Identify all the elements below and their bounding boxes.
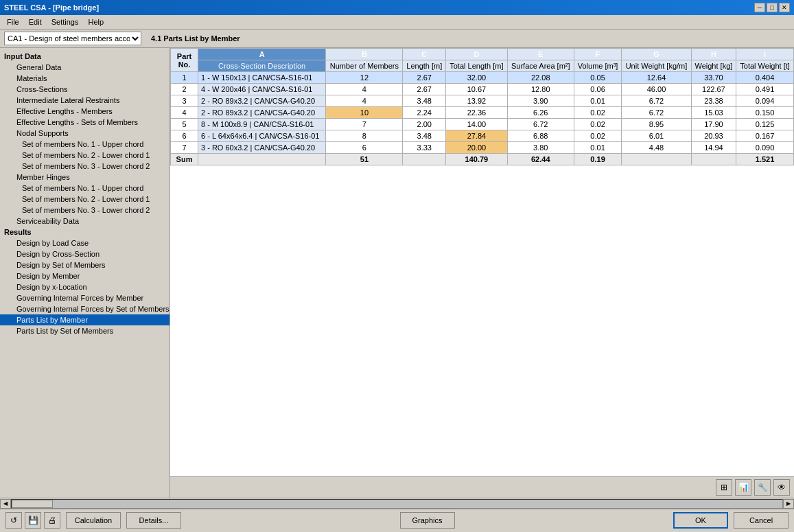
- save-button[interactable]: 💾: [25, 512, 41, 529]
- sidebar-item-nodal-supports-1[interactable]: Set of members No. 1 - Upper chord: [0, 139, 170, 150]
- th-col-h: H: [691, 49, 736, 60]
- close-button[interactable]: ✕: [779, 3, 790, 12]
- sidebar-item-effective-lengths-sets[interactable]: Effective Lengths - Sets of Members: [0, 117, 170, 128]
- sidebar-item-nodal-supports-3[interactable]: Set of members No. 3 - Lower chord 2: [0, 161, 170, 172]
- table-cell: 2.67: [403, 84, 446, 95]
- table-cell: 6 - L 64x64x6.4 | CAN/CSA-S16-01: [198, 130, 326, 142]
- table-cell: 4 - W 200x46 | CAN/CSA-S16-01: [198, 84, 326, 95]
- table-row: 32 - RO 89x3.2 | CAN/CSA-G40.2043.4813.9…: [171, 95, 794, 107]
- th-surface-area: Surface Area [m²]: [507, 60, 574, 72]
- table-cell: 6.72: [507, 119, 574, 130]
- design-case-dropdown[interactable]: CA1 - Design of steel members according …: [4, 32, 141, 45]
- sidebar-item-member-hinges-2[interactable]: Set of members No. 2 - Lower chord 1: [0, 194, 170, 205]
- sidebar-item-cross-sections[interactable]: Cross-Sections: [0, 84, 170, 95]
- table-cell: 6: [171, 130, 198, 142]
- sidebar-item-materials[interactable]: Materials: [0, 73, 170, 84]
- sidebar-item-effective-lengths-members[interactable]: Effective Lengths - Members: [0, 106, 170, 117]
- sum-cell: 51: [326, 154, 403, 165]
- sidebar-item-nodal-supports-2[interactable]: Set of members No. 2 - Lower chord 1: [0, 150, 170, 161]
- main-container: CA1 - Design of steel members according …: [0, 30, 794, 531]
- table-cell: 22.08: [507, 72, 574, 84]
- sidebar-item-nodal-supports[interactable]: Nodal Supports: [0, 128, 170, 139]
- scroll-thumb[interactable]: [12, 500, 53, 508]
- th-length: Length [m]: [403, 60, 446, 72]
- horizontal-scrollbar[interactable]: ◀ ▶: [0, 498, 794, 509]
- sum-cell: 1.521: [736, 154, 794, 165]
- table-cell: 8: [326, 130, 403, 142]
- th-col-e: E: [507, 49, 574, 60]
- sidebar-item-design-cross-section[interactable]: Design by Cross-Section: [0, 248, 170, 259]
- left-icon-buttons: ↺ 💾 🖨: [5, 512, 60, 529]
- print-button[interactable]: 🖨: [44, 512, 60, 529]
- table-cell: 12: [326, 72, 403, 84]
- content-area: Input Data General Data Materials Cross-…: [0, 48, 794, 498]
- table-cell: 0.090: [736, 142, 794, 154]
- graphics-button[interactable]: Graphics: [400, 512, 455, 529]
- sidebar-item-member-hinges-3[interactable]: Set of members No. 3 - Lower chord 2: [0, 205, 170, 216]
- sidebar-item-governing-forces-set[interactable]: Governing Internal Forces by Set of Memb…: [0, 303, 170, 314]
- maximize-button[interactable]: □: [767, 3, 778, 12]
- sidebar-item-member-hinges[interactable]: Member Hinges: [0, 172, 170, 183]
- icon-chart-button[interactable]: 📊: [735, 479, 751, 496]
- sidebar-item-governing-forces-member[interactable]: Governing Internal Forces by Member: [0, 292, 170, 303]
- sidebar-item-design-x-location[interactable]: Design by x-Location: [0, 281, 170, 292]
- icon-table-button[interactable]: ⊞: [716, 479, 732, 496]
- sidebar-item-parts-list-set[interactable]: Parts List by Set of Members: [0, 325, 170, 336]
- main-panel: PartNo. A B C D E F G H I Cross-Se: [170, 48, 794, 498]
- sum-cell: Sum: [171, 154, 198, 165]
- sidebar-item-design-set-members[interactable]: Design by Set of Members: [0, 259, 170, 270]
- th-col-g: G: [622, 49, 691, 60]
- table-cell: 13.92: [446, 95, 508, 107]
- table-cell: 4: [326, 95, 403, 107]
- table-container[interactable]: PartNo. A B C D E F G H I Cross-Se: [170, 48, 794, 476]
- th-total-weight: Total Weight [t]: [736, 60, 794, 72]
- icon-settings-button[interactable]: 🔧: [754, 479, 771, 496]
- calculation-button[interactable]: Calculation: [66, 512, 121, 529]
- table-row: 42 - RO 89x3.2 | CAN/CSA-G40.20102.2422.…: [171, 107, 794, 119]
- menu-settings[interactable]: Settings: [47, 16, 83, 27]
- table-cell: 3 - RO 60x3.2 | CAN/CSA-G40.20: [198, 142, 326, 154]
- ok-button[interactable]: OK: [673, 512, 728, 529]
- table-cell: 6.72: [622, 107, 691, 119]
- scroll-right-arrow[interactable]: ▶: [783, 499, 794, 509]
- scroll-left-arrow[interactable]: ◀: [0, 499, 11, 509]
- menu-file[interactable]: File: [3, 16, 23, 27]
- menu-edit[interactable]: Edit: [25, 16, 46, 27]
- sidebar-item-general-data[interactable]: General Data: [0, 62, 170, 73]
- th-members: Number of Members: [326, 60, 403, 72]
- sidebar-item-serviceability-data[interactable]: Serviceability Data: [0, 216, 170, 227]
- table-cell: 33.70: [691, 72, 736, 84]
- details-button[interactable]: Details...: [126, 512, 181, 529]
- results-header: Results: [0, 227, 170, 238]
- table-cell: 6.26: [507, 107, 574, 119]
- sidebar-item-design-load-case[interactable]: Design by Load Case: [0, 238, 170, 248]
- sidebar-item-intermediate-lateral[interactable]: Intermediate Lateral Restraints: [0, 95, 170, 106]
- table-cell: 3.80: [507, 142, 574, 154]
- sidebar-item-member-hinges-1[interactable]: Set of members No. 1 - Upper chord: [0, 183, 170, 194]
- minimize-button[interactable]: ─: [754, 3, 765, 12]
- table-cell: 2: [171, 84, 198, 95]
- table-cell: 0.02: [574, 119, 622, 130]
- th-col-b: B: [326, 49, 403, 60]
- sidebar-item-parts-list-member[interactable]: Parts List by Member: [0, 314, 170, 325]
- sidebar-item-design-member[interactable]: Design by Member: [0, 270, 170, 281]
- menu-help[interactable]: Help: [84, 16, 108, 27]
- refresh-button[interactable]: ↺: [5, 512, 22, 529]
- th-weight: Weight [kg]: [691, 60, 736, 72]
- menu-bar: File Edit Settings Help: [0, 15, 794, 30]
- table-cell: 0.167: [736, 130, 794, 142]
- cancel-button[interactable]: Cancel: [734, 512, 789, 529]
- th-total-length: Total Length [m]: [446, 60, 508, 72]
- table-cell: 12.64: [622, 72, 691, 84]
- table-cell: 3.48: [403, 130, 446, 142]
- th-col-f: F: [574, 49, 622, 60]
- sidebar: Input Data General Data Materials Cross-…: [0, 48, 170, 498]
- table-row: 66 - L 64x64x6.4 | CAN/CSA-S16-0183.4827…: [171, 130, 794, 142]
- table-cell: 1 - W 150x13 | CAN/CSA-S16-01: [198, 72, 326, 84]
- table-row: 73 - RO 60x3.2 | CAN/CSA-G40.2063.3320.0…: [171, 142, 794, 154]
- scroll-track[interactable]: [11, 499, 783, 509]
- th-volume: Volume [m³]: [574, 60, 622, 72]
- table-cell: 122.67: [691, 84, 736, 95]
- sum-row: Sum51140.7962.440.191.521: [171, 154, 794, 165]
- icon-eye-button[interactable]: 👁: [773, 479, 790, 496]
